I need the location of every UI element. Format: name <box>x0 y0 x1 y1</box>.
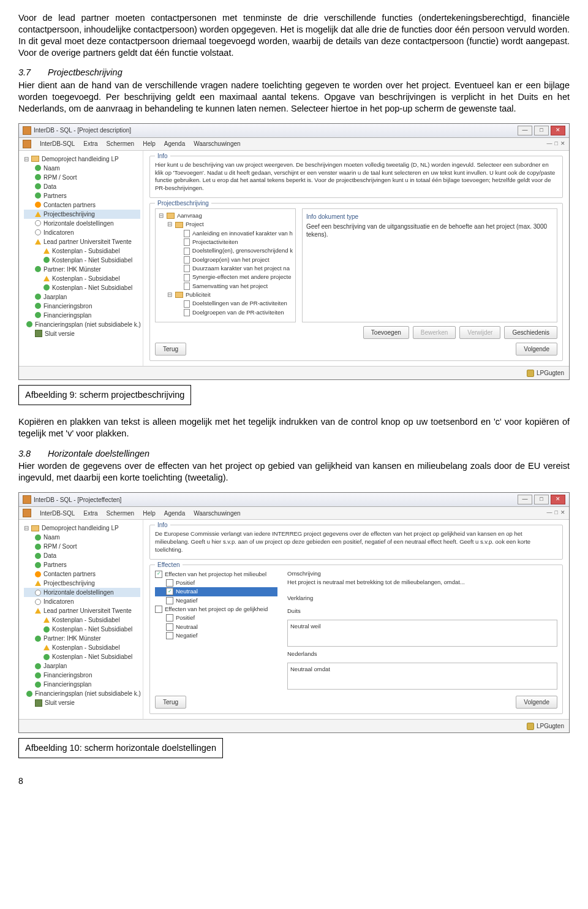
tree-item[interactable]: Kostenplan - Subsidiabel <box>24 643 140 652</box>
menu-extra[interactable]: Extra <box>83 140 97 148</box>
navigation-tree[interactable]: ⊟Demoproject handleiding LPNaamRPM / Soo… <box>19 520 143 719</box>
tree-item[interactable]: Data <box>24 182 140 191</box>
sub-max-icon[interactable]: □ <box>555 509 558 517</box>
tree-item[interactable]: Kostenplan - Subsidiabel <box>24 615 140 625</box>
nederlands-textarea[interactable]: Neutraal omdat <box>287 663 557 690</box>
desc-tree-item[interactable]: Doelgroepen van de PR-activiteiten <box>158 308 293 317</box>
tree-item[interactable]: Partners <box>24 191 140 200</box>
description-tree[interactable]: ⊟Aanvraag⊟ProjectAanleiding en innovatie… <box>155 208 296 322</box>
tree-item[interactable]: Financieringsplan (niet subsidiabele k.) <box>24 689 140 698</box>
tree-item[interactable]: Jaarplan <box>24 661 140 671</box>
effects-tree[interactable]: Effecten van het projectop het milieubel… <box>155 570 277 690</box>
menu-agenda[interactable]: Agenda <box>164 509 185 517</box>
desc-tree-item[interactable]: Duurzaam karakter van het project na <box>158 264 293 273</box>
minimize-button[interactable]: — <box>518 495 532 504</box>
tree-item[interactable]: Kostenplan - Niet Subsidiabel <box>24 256 140 265</box>
sub-close-icon[interactable]: ✕ <box>560 509 565 517</box>
desc-tree-item[interactable]: ⊟Publiciteit <box>158 291 293 299</box>
desc-tree-item[interactable]: Samenvatting van het project <box>158 282 293 291</box>
menu-help[interactable]: Help <box>143 140 156 148</box>
tree-item[interactable]: Sluit versie <box>24 698 140 707</box>
menu-schermen[interactable]: Schermen <box>107 140 135 148</box>
menu-waarschuwingen[interactable]: Waarschuwingen <box>194 509 240 517</box>
tree-item[interactable]: Financieringsbron <box>24 671 140 680</box>
tree-item[interactable]: Indicatoren <box>24 597 140 606</box>
tree-item[interactable]: Jaarplan <box>24 292 140 302</box>
tree-item[interactable]: Contacten partners <box>24 569 140 579</box>
expand-icon[interactable]: ⊟ <box>167 221 173 228</box>
next-button[interactable]: Volgende <box>516 696 557 709</box>
desc-tree-item[interactable]: ⊟Aanvraag <box>158 211 293 220</box>
tree-item[interactable]: Horizontale doelstellingen <box>24 219 140 228</box>
tree-item[interactable]: Lead partner Universiteit Twente <box>24 237 140 246</box>
close-button[interactable]: ✕ <box>551 495 565 504</box>
menu-schermen[interactable]: Schermen <box>107 509 135 517</box>
sub-min-icon[interactable]: — <box>547 140 552 148</box>
tree-item[interactable]: Projectbeschrijving <box>24 210 140 219</box>
sub-max-icon[interactable]: □ <box>555 140 558 148</box>
expand-icon[interactable]: ⊟ <box>158 212 164 219</box>
tree-item[interactable]: Naam <box>24 164 140 173</box>
delete-button[interactable]: Verwijder <box>459 326 500 339</box>
back-button[interactable]: Terug <box>155 696 186 709</box>
tree-item[interactable]: Financieringsplan <box>24 311 140 320</box>
desc-tree-item[interactable]: Doelstellingen van de PR-activiteiten <box>158 299 293 308</box>
desc-tree-item[interactable]: ⊟Project <box>158 220 293 229</box>
tree-item[interactable]: Kostenplan - Niet Subsidiabel <box>24 625 140 634</box>
tree-item[interactable]: RPM / Soort <box>24 173 140 182</box>
tree-item[interactable]: Kostenplan - Niet Subsidiabel <box>24 283 140 292</box>
tree-item[interactable]: Financieringsplan (niet subsidiabele k.) <box>24 320 140 329</box>
checkbox-positief[interactable] <box>166 579 173 587</box>
expand-icon[interactable]: ⊟ <box>167 291 173 299</box>
tree-item[interactable]: Partner: IHK Münster <box>24 634 140 643</box>
tree-item[interactable]: Kostenplan - Subsidiabel <box>24 274 140 283</box>
checkbox-milieu[interactable] <box>155 571 162 578</box>
maximize-button[interactable]: □ <box>534 126 549 135</box>
tree-item[interactable]: Data <box>24 551 140 560</box>
tree-item[interactable]: Indicatoren <box>24 228 140 237</box>
tree-item[interactable]: Financieringsbron <box>24 302 140 311</box>
tree-item[interactable]: Contacten partners <box>24 200 140 210</box>
menu-waarschuwingen[interactable]: Waarschuwingen <box>194 140 240 148</box>
tree-item[interactable]: Kostenplan - Niet Subsidiabel <box>24 652 140 661</box>
edit-button[interactable]: Bewerken <box>413 326 456 339</box>
sub-close-icon[interactable]: ✕ <box>560 140 565 148</box>
desc-tree-item[interactable]: Doelstelling(en), grensoverschrijdend k <box>158 246 293 255</box>
tree-item[interactable]: RPM / Soort <box>24 542 140 551</box>
tree-item[interactable]: Sluit versie <box>24 329 140 338</box>
checkbox-neutraal[interactable] <box>166 623 173 631</box>
menu-agenda[interactable]: Agenda <box>164 140 185 148</box>
minimize-button[interactable]: — <box>518 126 532 135</box>
menu-extra[interactable]: Extra <box>83 509 97 517</box>
navigation-tree[interactable]: ⊟Demoproject handleiding LPNaamRPM / Soo… <box>19 151 143 366</box>
tree-item[interactable]: Horizontale doelstellingen <box>24 588 140 597</box>
tree-item[interactable]: Lead partner Universiteit Twente <box>24 606 140 615</box>
checkbox-neutraal[interactable] <box>166 588 173 595</box>
close-button[interactable]: ✕ <box>551 126 565 135</box>
tree-item[interactable]: Partners <box>24 560 140 569</box>
next-button[interactable]: Volgende <box>516 343 557 356</box>
desc-tree-item[interactable]: Projectactiviteiten <box>158 238 293 246</box>
desc-tree-item[interactable]: Aanleiding en innovatief karakter van h <box>158 229 293 238</box>
maximize-button[interactable]: □ <box>534 495 549 504</box>
checkbox-positief[interactable] <box>166 614 173 622</box>
back-button[interactable]: Terug <box>155 343 186 356</box>
checkbox-gelijkheid[interactable] <box>155 606 162 613</box>
duits-textarea[interactable]: Neutral weil <box>287 620 557 647</box>
desc-tree-item[interactable]: Doelgroep(en) van het project <box>158 256 293 264</box>
tree-item[interactable]: Partner: IHK Münster <box>24 265 140 274</box>
tree-item[interactable]: Projectbeschrijving <box>24 579 140 588</box>
checkbox-negatief[interactable] <box>166 632 173 639</box>
sub-min-icon[interactable]: — <box>547 509 552 517</box>
tree-item[interactable]: Kostenplan - Subsidiabel <box>24 246 140 256</box>
history-button[interactable]: Geschiedenis <box>504 326 557 339</box>
tree-status-icon <box>43 645 50 650</box>
tree-item[interactable]: Financieringsplan <box>24 680 140 689</box>
checkbox-negatief[interactable] <box>166 597 173 604</box>
tree-item[interactable]: Naam <box>24 533 140 542</box>
desc-tree-item[interactable]: Synergie-effecten met andere projecte <box>158 273 293 281</box>
nederlands-label: Nederlands <box>287 650 557 658</box>
add-button[interactable]: Toevoegen <box>363 326 409 339</box>
menu-help[interactable]: Help <box>143 509 156 517</box>
tree-status-icon <box>35 330 42 337</box>
